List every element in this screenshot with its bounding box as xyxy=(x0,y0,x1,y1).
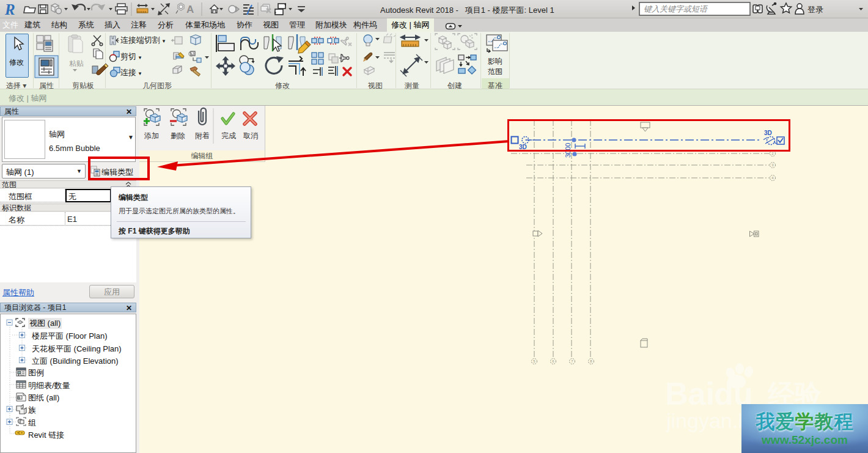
svg-text:8: 8 xyxy=(590,359,592,363)
svg-text:jingyan.b: jingyan.b xyxy=(666,409,749,432)
svg-text:R: R xyxy=(4,1,15,18)
svg-text:4: 4 xyxy=(771,176,774,180)
svg-text:3: 3 xyxy=(771,163,774,167)
svg-text:粘贴: 粘贴 xyxy=(69,59,84,68)
svg-text:Bai: Bai xyxy=(665,376,715,411)
svg-text:7: 7 xyxy=(571,359,573,363)
svg-text:A: A xyxy=(186,4,194,15)
svg-text:6: 6 xyxy=(552,359,554,363)
svg-text:5: 5 xyxy=(533,359,535,363)
svg-text:2: 2 xyxy=(771,152,774,155)
svg-text:键入关键字或短语: 键入关键字或短语 xyxy=(644,4,708,13)
